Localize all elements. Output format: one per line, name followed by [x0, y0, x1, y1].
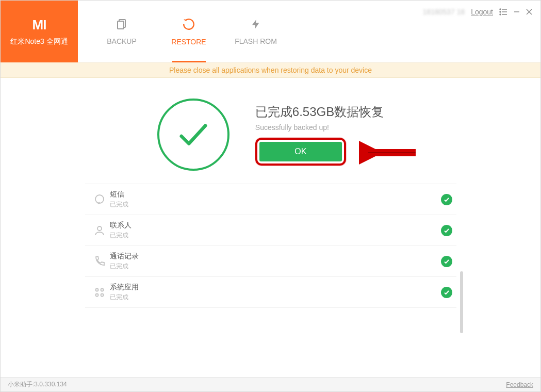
tab-flash-label: FLASH ROM — [235, 37, 277, 45]
user-id: 18180537 18 — [422, 8, 465, 16]
item-title: 通话记录 — [110, 252, 441, 261]
topbar: MI 红米Note3 全网通 BACKUP — [1, 1, 540, 62]
flash-icon — [250, 18, 261, 32]
phone-icon — [89, 255, 110, 268]
restore-items-list: 短信 已完成 联系人 已完成 — [85, 184, 456, 308]
list-item: 联系人 已完成 — [85, 215, 456, 246]
svg-point-18 — [101, 288, 103, 291]
ok-button[interactable]: OK — [259, 142, 342, 161]
apps-icon — [89, 286, 110, 299]
result-row: 已完成6.53GB数据恢复 Sucessfully backed up! OK — [1, 99, 540, 171]
check-icon — [441, 194, 452, 205]
item-status: 已完成 — [110, 262, 441, 271]
mi-logo-icon: MI — [32, 17, 46, 33]
item-status: 已完成 — [110, 293, 441, 302]
chat-icon — [89, 193, 110, 206]
scrollbar-thumb[interactable] — [460, 271, 463, 333]
window-controls: 18180537 18 Logout — [422, 8, 532, 16]
restore-icon — [182, 18, 195, 32]
main-content: 已完成6.53GB数据恢复 Sucessfully backed up! OK — [1, 78, 540, 377]
svg-rect-1 — [118, 21, 124, 29]
result-title: 已完成6.53GB数据恢复 — [255, 104, 384, 120]
item-title: 短信 — [110, 190, 441, 199]
notice-banner: Please close all applications when resto… — [1, 62, 540, 78]
app-window: MI 红米Note3 全网通 BACKUP — [0, 0, 541, 392]
result-subtitle: Sucessfully backed up! — [255, 123, 384, 132]
minimize-button[interactable] — [514, 9, 520, 15]
svg-point-16 — [97, 226, 102, 231]
svg-point-17 — [95, 288, 98, 291]
tab-restore-label: RESTORE — [171, 38, 206, 46]
list-item: 通话记录 已完成 — [85, 246, 456, 277]
person-icon — [89, 224, 110, 237]
check-icon — [441, 225, 452, 236]
status-bar: 小米助手:3.0.330.134 Feedback — [1, 377, 540, 391]
list-item: 系统应用 已完成 — [85, 277, 456, 308]
notice-text: Please close all applications when resto… — [169, 66, 372, 74]
tab-backup-label: BACKUP — [107, 37, 137, 45]
nav-tabs: BACKUP RESTORE FLASH ROM — [88, 1, 289, 62]
tab-restore[interactable]: RESTORE — [155, 1, 222, 62]
ok-highlight-box: OK — [255, 138, 346, 166]
tab-backup[interactable]: BACKUP — [88, 1, 155, 62]
feedback-link[interactable]: Feedback — [506, 381, 533, 388]
menu-icon[interactable] — [499, 8, 507, 15]
svg-point-15 — [95, 195, 104, 203]
device-name: 红米Note3 全网通 — [10, 37, 68, 46]
svg-point-3 — [500, 9, 501, 10]
svg-point-7 — [500, 14, 501, 15]
backup-icon — [116, 18, 128, 32]
tab-flash-rom[interactable]: FLASH ROM — [222, 1, 289, 62]
item-title: 联系人 — [110, 221, 441, 230]
annotation-arrow-icon — [359, 140, 421, 166]
item-status: 已完成 — [110, 200, 441, 209]
close-button[interactable] — [526, 9, 532, 15]
svg-point-5 — [500, 11, 501, 12]
logout-link[interactable]: Logout — [471, 8, 493, 16]
list-item: 短信 已完成 — [85, 184, 456, 215]
svg-point-19 — [95, 293, 98, 296]
item-title: 系统应用 — [110, 283, 441, 292]
version-label: 小米助手:3.0.330.134 — [8, 380, 67, 389]
svg-point-20 — [101, 293, 103, 296]
success-check-icon — [157, 99, 229, 171]
svg-marker-2 — [252, 19, 259, 28]
check-icon — [441, 256, 452, 267]
device-tile[interactable]: MI 红米Note3 全网通 — [1, 1, 78, 62]
item-status: 已完成 — [110, 231, 441, 240]
check-icon — [441, 287, 452, 298]
